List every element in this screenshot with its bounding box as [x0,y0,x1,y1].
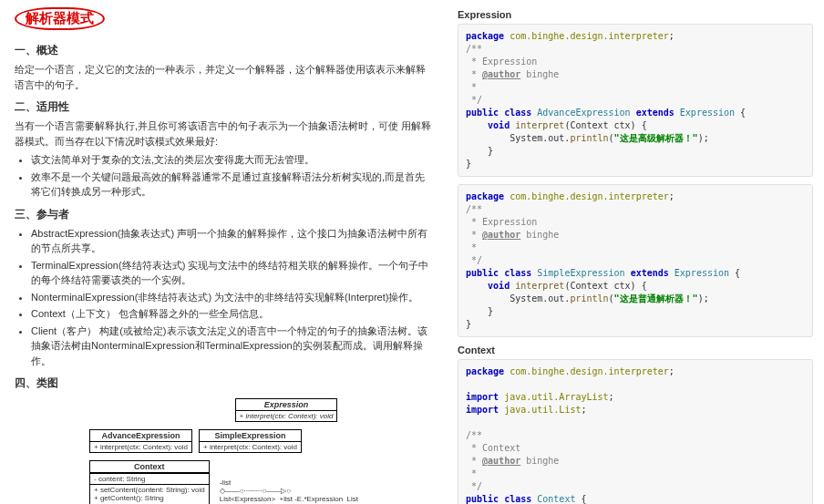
uml-class-op: + interpret(ctx: Context): void [200,442,301,452]
uml-class-op: + interpret(ctx: Context): void [90,442,191,452]
section-overview-head: 一、概述 [15,43,432,58]
section-applicability-intro: 当有一个语言需要解释执行,并且你可将该语言中的句子表示为一个抽象语法树时，可使 … [15,118,432,149]
participants-list: AbstractExpression(抽象表达式) 声明一个抽象的解释操作，这个… [31,226,432,369]
applicability-list: 该文法简单对于复杂的文法,文法的类层次变得庞大而无法管理。 效率不是一个关键问题… [31,152,432,200]
left-column: 解析器模式 一、概述 给定一个语言，定义它的文法的一种表示，并定义一个解释器，这… [0,0,447,504]
list-item: NonterminalExpression(非终结符表达式) 为文法中的非终结符… [31,290,432,305]
section-overview-body: 给定一个语言，定义它的文法的一种表示，并定义一个解释器，这个解释器使用该表示来解… [15,62,432,92]
right-column: Expression package package com.binghe.de… [447,0,824,504]
uml-class-ops: + setContent(content: String): void + ge… [90,484,209,504]
code-block-advance: package package com.binghe.design.interp… [458,24,813,177]
code-block-simple: package com.binghe.design.interpreter; /… [458,184,813,337]
uml-class-attr: - content: String [90,473,209,484]
uml-class-name: Expression [236,399,337,411]
page-title: 解析器模式 [15,7,105,30]
list-item: AbstractExpression(抽象表达式) 声明一个抽象的解释操作，这个… [31,226,432,256]
code-block-context: package com.binghe.design.interpreter; i… [458,359,813,504]
section-participants-head: 三、参与者 [15,207,432,222]
uml-class-op: + interpret(ctx: Context): void [236,411,337,421]
list-item: TerminalExpression(终结符表达式) 实现与文法中的终结符相关联… [31,258,432,288]
list-item: Context（上下文） 包含解释器之外的一些全局信息。 [31,306,432,322]
code-section-head: Expression [458,9,813,20]
list-item: 效率不是一个关键问题最高效的解释器通常不是通过直接解释语法分析树实现的,而是首先… [31,170,432,200]
uml-class-name: AdvanceExpression [90,430,191,442]
uml-class-name: Context [90,461,209,473]
section-applicability-head: 二、适用性 [15,99,432,115]
uml-diagram: Expression + interpret(ctx: Context): vo… [88,396,432,504]
uml-class-name: SimpleExpression [200,430,301,442]
list-item: Client（客户） 构建(或被给定)表示该文法定义的语言中一个特定的句子的抽象… [31,324,432,369]
code-section-head: Context [458,345,813,355]
uml-association: -list ◇——○·········○——▷○ List<Expression… [220,478,358,503]
section-classdiagram-head: 四、类图 [15,375,432,391]
list-item: 该文法简单对于复杂的文法,文法的类层次变得庞大而无法管理。 [31,152,432,168]
